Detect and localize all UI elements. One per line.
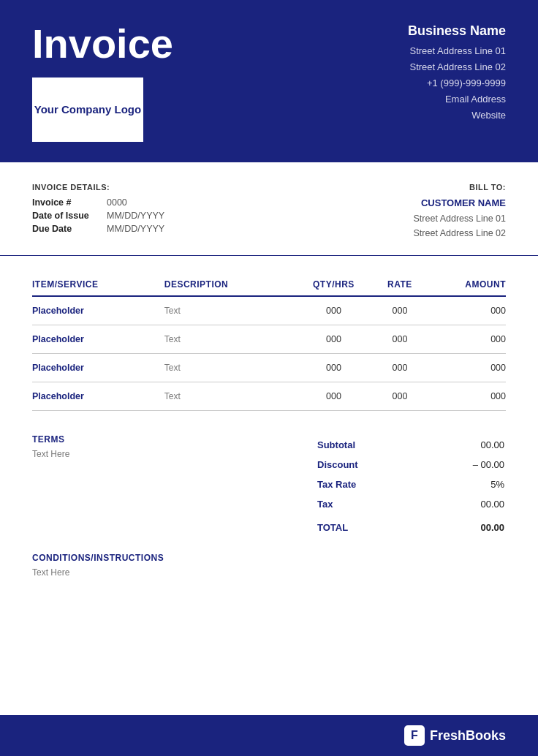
col-description: DESCRIPTION	[164, 273, 292, 296]
item-qty: 000	[292, 296, 376, 325]
discount-value: – 00.00	[423, 456, 504, 474]
invoice-details-left: INVOICE DETAILS: Invoice # 0000 Date of …	[32, 183, 164, 241]
item-amount: 000	[425, 325, 506, 354]
subtotal-label: Subtotal	[317, 436, 422, 454]
table-header-row: ITEM/SERVICE DESCRIPTION QTY/HRS RATE AM…	[32, 273, 506, 296]
header-left: Invoice Your Company Logo	[32, 23, 173, 142]
freshbooks-logo: F FreshBooks	[404, 725, 506, 746]
conditions-label: CONDITIONS/INSTRUCTIONS	[32, 553, 506, 563]
address-line1: Street Address Line 01	[408, 43, 506, 59]
business-name: Business Name	[408, 23, 506, 39]
item-amount: 000	[425, 382, 506, 411]
totals-section: Subtotal 00.00 Discount – 00.00 Tax Rate…	[316, 434, 506, 538]
item-description: Text	[164, 354, 292, 382]
item-rate: 000	[375, 382, 425, 411]
invoice-details-label: INVOICE DETAILS:	[32, 183, 164, 192]
company-logo: Your Company Logo	[32, 78, 143, 142]
invoice-number-row: Invoice # 0000	[32, 197, 164, 208]
freshbooks-brand: FreshBooks	[430, 728, 506, 744]
table-section: ITEM/SERVICE DESCRIPTION QTY/HRS RATE AM…	[0, 256, 538, 411]
item-amount: 000	[425, 354, 506, 382]
item-rate: 000	[375, 325, 425, 354]
item-rate: 000	[375, 354, 425, 382]
item-amount: 000	[425, 296, 506, 325]
item-qty: 000	[292, 354, 376, 382]
terms-label: TERMS	[32, 434, 69, 445]
customer-name: CUSTOMER NAME	[414, 197, 506, 208]
item-qty: 000	[292, 325, 376, 354]
conditions-section: CONDITIONS/INSTRUCTIONS Text Here	[0, 553, 538, 592]
item-description: Text	[164, 296, 292, 325]
date-of-issue-label: Date of Issue	[32, 211, 98, 221]
subtotal-value: 00.00	[423, 436, 504, 454]
due-date-value: MM/DD/YYYY	[107, 224, 164, 234]
address-line2: Street Address Line 02	[408, 59, 506, 75]
col-qty: QTY/HRS	[292, 273, 376, 296]
invoice-title: Invoice	[32, 23, 173, 64]
due-date-row: Due Date MM/DD/YYYY	[32, 224, 164, 234]
total-value: 00.00	[423, 515, 504, 537]
item-name: Placeholder	[32, 354, 164, 382]
taxrate-label: Tax Rate	[317, 475, 422, 494]
tax-label: Tax	[317, 495, 422, 513]
table-row: Placeholder Text 000 000 000	[32, 354, 506, 382]
total-label: TOTAL	[317, 515, 422, 537]
discount-row: Discount – 00.00	[317, 456, 504, 474]
col-item: ITEM/SERVICE	[32, 273, 164, 296]
customer-address-line2: Street Address Line 02	[414, 226, 506, 241]
total-row: TOTAL 00.00	[317, 515, 504, 537]
items-table: ITEM/SERVICE DESCRIPTION QTY/HRS RATE AM…	[32, 273, 506, 411]
bottom-bar: F FreshBooks	[0, 715, 538, 756]
bill-to-label: BILL TO:	[414, 183, 506, 192]
tax-value: 00.00	[423, 495, 504, 513]
item-rate: 000	[375, 296, 425, 325]
bill-to-section: BILL TO: CUSTOMER NAME Street Address Li…	[414, 183, 506, 241]
item-description: Text	[164, 325, 292, 354]
conditions-text: Text Here	[32, 567, 506, 578]
discount-label: Discount	[317, 456, 422, 474]
date-of-issue-value: MM/DD/YYYY	[107, 211, 164, 221]
customer-address-line1: Street Address Line 01	[414, 211, 506, 226]
details-section: INVOICE DETAILS: Invoice # 0000 Date of …	[0, 162, 538, 256]
taxrate-row: Tax Rate 5%	[317, 475, 504, 494]
date-of-issue-row: Date of Issue MM/DD/YYYY	[32, 211, 164, 221]
item-name: Placeholder	[32, 296, 164, 325]
col-amount: AMOUNT	[425, 273, 506, 296]
phone: +1 (999)-999-9999	[408, 75, 506, 91]
due-date-label: Due Date	[32, 224, 98, 234]
email: Email Address	[408, 91, 506, 107]
item-qty: 000	[292, 382, 376, 411]
item-name: Placeholder	[32, 325, 164, 354]
freshbooks-icon: F	[404, 725, 425, 746]
subtotal-row: Subtotal 00.00	[317, 436, 504, 454]
header: Invoice Your Company Logo Business Name …	[0, 0, 538, 162]
footer-section: TERMS Text Here Subtotal 00.00 Discount …	[0, 417, 538, 553]
item-name: Placeholder	[32, 382, 164, 411]
col-rate: RATE	[375, 273, 425, 296]
table-row: Placeholder Text 000 000 000	[32, 325, 506, 354]
invoice-number-value: 0000	[107, 197, 127, 208]
taxrate-value: 5%	[423, 475, 504, 494]
totals-table: Subtotal 00.00 Discount – 00.00 Tax Rate…	[316, 434, 506, 538]
customer-address: Street Address Line 01 Street Address Li…	[414, 211, 506, 241]
table-row: Placeholder Text 000 000 000	[32, 382, 506, 411]
website: Website	[408, 107, 506, 124]
invoice-number-label: Invoice #	[32, 197, 98, 208]
terms-section: TERMS Text Here	[32, 434, 69, 538]
header-right: Business Name Street Address Line 01 Str…	[408, 23, 506, 124]
table-row: Placeholder Text 000 000 000	[32, 296, 506, 325]
terms-text: Text Here	[32, 449, 69, 459]
item-description: Text	[164, 382, 292, 411]
business-info: Street Address Line 01 Street Address Li…	[408, 43, 506, 124]
tax-row: Tax 00.00	[317, 495, 504, 513]
